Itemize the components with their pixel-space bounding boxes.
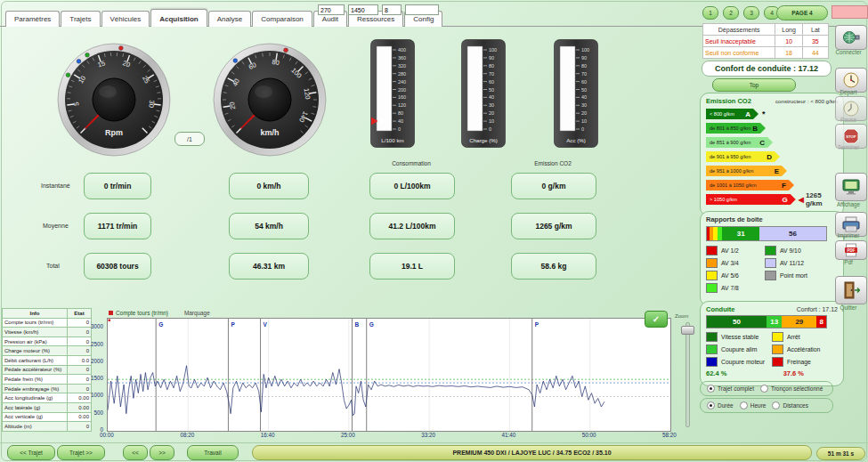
legend-swatch: [765, 271, 776, 280]
radio-label: Heure: [750, 402, 767, 409]
co2-class-arrow: < 800 g/kmA: [706, 109, 758, 119]
svg-text:40: 40: [581, 94, 587, 100]
svg-text:30: 30: [147, 100, 156, 108]
driving-segment: 29: [782, 316, 816, 328]
signal-name: Pédale frein (%): [3, 375, 68, 385]
co2-class-range: de 901 à 950 g/km: [710, 154, 750, 159]
co2-class-row-G: > 1050 g/kmG◀1265 g/km: [706, 193, 838, 206]
header-input-2[interactable]: [348, 4, 378, 15]
x-tick-label: 58:20: [657, 432, 682, 438]
page-button-1[interactable]: 1: [702, 6, 718, 20]
radio-trajet-complet[interactable]: [707, 385, 715, 393]
validate-chart-button[interactable]: ✓: [645, 311, 668, 328]
next-trip-button[interactable]: Trajet >>: [57, 445, 105, 460]
start-label: Départ: [828, 89, 868, 95]
signal-value: 0: [68, 365, 92, 375]
header-input-1[interactable]: [318, 4, 345, 15]
work-button[interactable]: Travail: [187, 445, 239, 460]
x-tick-label: 33:20: [416, 432, 441, 438]
svg-text:100: 100: [581, 47, 589, 53]
gearbox-bar: 3156: [706, 226, 827, 241]
instant-co2-value: 0 g/km: [511, 173, 596, 199]
page-indicator-button[interactable]: PAGE 4: [776, 5, 828, 20]
tab-paramètres[interactable]: Paramètres: [5, 11, 60, 27]
co2-class-arrow: de 851 à 900 g/kmC: [706, 137, 773, 148]
top-button[interactable]: Top: [712, 78, 796, 92]
co2-class-row-C: de 851 à 900 g/kmC: [706, 136, 838, 149]
tab-comparaison[interactable]: Comparaison: [252, 11, 312, 27]
legend-label: Coupure moteur: [721, 359, 765, 365]
tab-acquisition[interactable]: Acquisition: [150, 9, 207, 27]
chart-legend: Compte tours (tr/mn) Marquage: [109, 310, 210, 316]
driving-legend-right: ArrêtAccélérationFreinage: [772, 332, 820, 369]
alert-field[interactable]: [831, 5, 868, 19]
svg-text:20: 20: [581, 110, 587, 116]
consumption-bar-meter: 04080120160200240280320360400L/100 km: [370, 39, 415, 151]
svg-text:B: B: [354, 321, 359, 328]
zoom-slider-handle[interactable]: [681, 326, 694, 335]
radio-durée[interactable]: [707, 401, 715, 409]
table-row: Acc longitudinale (g)0.00: [3, 393, 92, 403]
table-row: Acc latérale (g)0.00: [3, 402, 92, 412]
header-input-3[interactable]: [382, 4, 402, 15]
driving-legend-item: Accélération: [772, 344, 820, 354]
radio-heure[interactable]: [740, 401, 748, 409]
signals-header: Etat: [68, 309, 92, 319]
gear-legend-item: AV 9/10: [765, 246, 807, 255]
signal-name: Débit carburant (L/h): [3, 355, 68, 365]
svg-text:0: 0: [581, 126, 584, 132]
co2-class-row-F: de 1001 à 1050 g/kmF: [706, 179, 838, 191]
co2-class-range: de 1001 à 1050 g/km: [710, 182, 757, 188]
legend-label: Coupure alim: [721, 346, 757, 353]
page-button-3[interactable]: 3: [743, 6, 759, 20]
rpm-chart-plot[interactable]: GPVBGP: [107, 318, 671, 432]
exit-icon: [842, 280, 860, 300]
signal-value: 0: [68, 346, 92, 356]
driving-legend-item: Coupure alim: [706, 344, 772, 354]
svg-text:30: 30: [489, 102, 494, 108]
display-button[interactable]: [835, 173, 867, 201]
svg-text:120: 120: [398, 102, 406, 108]
legend-swatch: [772, 357, 783, 367]
stop-label: Terminer: [828, 144, 868, 150]
zoom-slider-track[interactable]: [685, 322, 690, 427]
driving-segment: 8: [816, 316, 826, 328]
gear-legend-item: AV 7/8: [706, 283, 765, 293]
radio-label: Distances: [783, 402, 808, 409]
radio-tronçon-sélectionné[interactable]: [760, 385, 768, 393]
co2-title: Emission CO2: [706, 97, 751, 105]
average-rpm-value: 1171 tr/min: [84, 213, 151, 239]
svg-text:200: 200: [398, 87, 406, 93]
svg-text:50: 50: [581, 87, 587, 93]
step-back-button[interactable]: <<: [123, 445, 148, 460]
page-button-2[interactable]: 2: [723, 6, 739, 20]
signal-name: Vitesse (km/h): [3, 328, 68, 337]
marks-legend-label: Marquage: [184, 310, 210, 316]
header-input-4[interactable]: [405, 4, 439, 15]
legend-swatch: [765, 246, 776, 255]
instant-rpm-value: 0 tr/min: [84, 173, 151, 199]
svg-text:70: 70: [581, 71, 587, 77]
prev-trip-button[interactable]: << Trajet: [7, 445, 55, 460]
radio-distances[interactable]: [772, 401, 780, 409]
driving-legend-item: Coupure moteur: [706, 357, 772, 367]
tab-véhicules[interactable]: Véhicules: [101, 11, 150, 27]
network-icon: [841, 29, 861, 45]
step-forward-button[interactable]: >>: [150, 445, 174, 460]
gear-legend-item: AV 11/12: [765, 258, 807, 268]
total-co2-value: 58.6 kg: [511, 253, 596, 280]
gear-ratio-button[interactable]: /1: [174, 132, 205, 146]
tab-trajets[interactable]: Trajets: [61, 11, 100, 27]
co2-class-rows: < 800 g/kmA*de 801 à 850 g/kmBde 851 à 9…: [706, 108, 838, 206]
signal-name: Acc verticale (g): [3, 412, 68, 422]
svg-text:280: 280: [398, 71, 406, 77]
svg-text:0: 0: [398, 126, 401, 132]
pdf-button[interactable]: PDF: [835, 240, 867, 260]
connect-button[interactable]: [835, 25, 867, 50]
tab-analyse[interactable]: Analyse: [208, 11, 251, 27]
svg-text:400: 400: [398, 47, 406, 53]
table-row: Acc verticale (g)0.00: [3, 412, 92, 422]
quit-button[interactable]: [835, 276, 867, 304]
co2-class-arrow: de 801 à 850 g/kmB: [706, 123, 766, 134]
co2-class-letter: B: [752, 125, 758, 133]
